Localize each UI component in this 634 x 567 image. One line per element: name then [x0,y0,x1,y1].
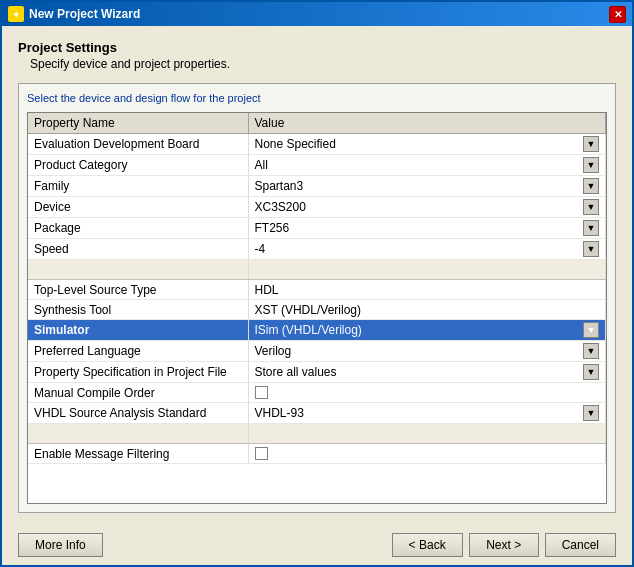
table-row: Evaluation Development BoardNone Specifi… [28,134,606,155]
value-cell[interactable]: Store all values▼ [248,362,606,383]
checkbox-wrapper [255,447,600,460]
table-row: Property Specification in Project FileSt… [28,362,606,383]
cell-value: Verilog [255,344,292,358]
row-separator [28,260,606,280]
section-title: Project Settings [18,40,616,55]
dropdown-arrow-icon[interactable]: ▼ [583,343,599,359]
value-cell[interactable]: Verilog▼ [248,341,606,362]
value-cell[interactable]: XC3S200▼ [248,197,606,218]
table-row: SimulatorISim (VHDL/Verilog)▼ [28,320,606,341]
footer-right: < Back Next > Cancel [392,533,616,557]
value-cell[interactable]: ISim (VHDL/Verilog)▼ [248,320,606,341]
table-row: VHDL Source Analysis StandardVHDL-93▼ [28,403,606,424]
window-content: Project Settings Specify device and proj… [2,26,632,523]
dropdown-wrapper: Store all values▼ [255,364,600,380]
property-cell: Family [28,176,248,197]
table-row: Synthesis ToolXST (VHDL/Verilog) [28,300,606,320]
more-info-button[interactable]: More Info [18,533,103,557]
table-row: Product CategoryAll▼ [28,155,606,176]
settings-panel: Select the device and design flow for th… [18,83,616,513]
property-cell: Evaluation Development Board [28,134,248,155]
properties-table-container: Property Name Value Evaluation Developme… [27,112,607,504]
table-row: Top-Level Source TypeHDL [28,280,606,300]
cell-value: Spartan3 [255,179,304,193]
main-window: ✦ New Project Wizard ✕ Project Settings … [0,0,634,567]
cell-value: VHDL-93 [255,406,304,420]
value-cell[interactable]: VHDL-93▼ [248,403,606,424]
dropdown-arrow-icon[interactable]: ▼ [583,178,599,194]
cancel-button[interactable]: Cancel [545,533,616,557]
value-cell: HDL [248,280,606,300]
cell-value: XC3S200 [255,200,306,214]
value-cell[interactable] [248,383,606,403]
property-cell: Manual Compile Order [28,383,248,403]
table-row: Enable Message Filtering [28,444,606,464]
dropdown-arrow-icon[interactable]: ▼ [583,364,599,380]
row-separator [28,424,606,444]
back-button[interactable]: < Back [392,533,463,557]
cell-value: FT256 [255,221,290,235]
dropdown-arrow-icon[interactable]: ▼ [583,405,599,421]
col-value-header: Value [248,113,606,134]
value-cell[interactable]: -4▼ [248,239,606,260]
property-cell: Package [28,218,248,239]
table-row: FamilySpartan3▼ [28,176,606,197]
properties-table: Property Name Value Evaluation Developme… [28,113,606,464]
property-cell: Speed [28,239,248,260]
table-row: DeviceXC3S200▼ [28,197,606,218]
cell-value: -4 [255,242,266,256]
property-cell: Property Specification in Project File [28,362,248,383]
value-cell[interactable]: Spartan3▼ [248,176,606,197]
cell-value: Store all values [255,365,337,379]
title-bar: ✦ New Project Wizard ✕ [2,2,632,26]
wizard-icon: ✦ [8,6,24,22]
property-cell: Device [28,197,248,218]
property-cell: Product Category [28,155,248,176]
dropdown-arrow-icon[interactable]: ▼ [583,136,599,152]
value-cell[interactable]: All▼ [248,155,606,176]
table-row: Preferred LanguageVerilog▼ [28,341,606,362]
footer-left: More Info [18,533,103,557]
checkbox-wrapper [255,386,600,399]
col-property-header: Property Name [28,113,248,134]
dropdown-wrapper: FT256▼ [255,220,600,236]
dropdown-wrapper: None Specified▼ [255,136,600,152]
value-cell: XST (VHDL/Verilog) [248,300,606,320]
cell-value: All [255,158,268,172]
dropdown-wrapper: Spartan3▼ [255,178,600,194]
close-button[interactable]: ✕ [609,6,626,23]
property-cell: Simulator [28,320,248,341]
table-row: Manual Compile Order [28,383,606,403]
dropdown-arrow-icon[interactable]: ▼ [583,241,599,257]
dropdown-arrow-icon[interactable]: ▼ [583,199,599,215]
table-row: PackageFT256▼ [28,218,606,239]
property-cell: VHDL Source Analysis Standard [28,403,248,424]
dropdown-wrapper: All▼ [255,157,600,173]
table-row: Speed-4▼ [28,239,606,260]
dropdown-arrow-icon[interactable]: ▼ [583,157,599,173]
checkbox[interactable] [255,447,268,460]
dropdown-wrapper: VHDL-93▼ [255,405,600,421]
section-subtitle: Specify device and project properties. [18,57,616,71]
property-cell: Preferred Language [28,341,248,362]
dropdown-arrow-icon[interactable]: ▼ [583,220,599,236]
window-title: New Project Wizard [29,7,140,21]
dropdown-wrapper: XC3S200▼ [255,199,600,215]
next-button[interactable]: Next > [469,533,539,557]
dropdown-arrow-icon[interactable]: ▼ [583,322,599,338]
property-cell: Enable Message Filtering [28,444,248,464]
footer: More Info < Back Next > Cancel [2,523,632,565]
cell-value: ISim (VHDL/Verilog) [255,323,362,337]
title-bar-left: ✦ New Project Wizard [8,6,140,22]
dropdown-wrapper: Verilog▼ [255,343,600,359]
value-cell[interactable]: None Specified▼ [248,134,606,155]
checkbox[interactable] [255,386,268,399]
dropdown-wrapper: ISim (VHDL/Verilog)▼ [255,322,600,338]
property-cell: Top-Level Source Type [28,280,248,300]
cell-value: None Specified [255,137,336,151]
dropdown-wrapper: -4▼ [255,241,600,257]
property-cell: Synthesis Tool [28,300,248,320]
value-cell[interactable] [248,444,606,464]
panel-label: Select the device and design flow for th… [27,92,607,104]
value-cell[interactable]: FT256▼ [248,218,606,239]
